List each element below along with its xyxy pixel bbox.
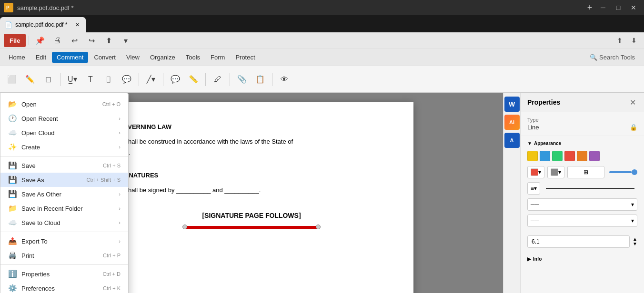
info-section: ▶ Info: [521, 252, 644, 266]
menu-open-cloud[interactable]: ☁️ Open Cloud ›: [0, 126, 128, 140]
nav-up-button[interactable]: ⬆: [614, 34, 626, 47]
window-controls: ─ □ ✕: [596, 3, 640, 12]
undo-button[interactable]: ↩: [66, 32, 82, 49]
note-tool[interactable]: 📋: [252, 71, 268, 88]
menu-save-recent-folder[interactable]: 📁 Save in Recent Folder ›: [0, 201, 128, 215]
maximize-button[interactable]: □: [612, 3, 625, 12]
line-start-dropdown[interactable]: ── ▾: [527, 198, 637, 211]
open-recent-arrow: ›: [119, 116, 121, 121]
menu-open[interactable]: 📂 Open Ctrl + O: [0, 97, 128, 111]
menu-save-cloud[interactable]: ☁️ Save to Cloud ›: [0, 215, 128, 230]
line-style-dropdown[interactable]: ≡ ▾: [527, 182, 540, 195]
line-handle-right[interactable]: [316, 225, 321, 229]
text-box-tool[interactable]: ⌷: [101, 71, 117, 88]
print-icon: 🖨️: [8, 251, 17, 260]
aword-icon[interactable]: A: [504, 133, 520, 148]
menu-save-label: Save: [21, 162, 98, 169]
menu-edit[interactable]: Edit: [31, 52, 51, 63]
menu-save-as-other[interactable]: 💾 Save As Other ›: [0, 187, 128, 201]
menu-preferences[interactable]: ⚙️ Preferences Ctrl + K: [0, 281, 128, 293]
line-handle-left[interactable]: [182, 225, 187, 229]
menu-open-recent[interactable]: 🕐 Open Recent ›: [0, 111, 128, 126]
menu-organize[interactable]: Organize: [145, 52, 180, 63]
pdf-content: GOVERNING LAW te shall be construed in a…: [118, 121, 385, 229]
menu-properties-shortcut: Ctrl + D: [102, 271, 121, 277]
select-tool[interactable]: ⬜: [4, 71, 20, 88]
menu-print[interactable]: 🖨️ Print Ctrl + P: [0, 248, 128, 263]
new-tab-button[interactable]: +: [583, 3, 596, 12]
share-button[interactable]: ⬆: [101, 32, 117, 49]
print-button[interactable]: 🖨: [49, 32, 65, 49]
eye-tool[interactable]: 👁: [276, 71, 292, 88]
menu-comment[interactable]: Comment: [52, 52, 88, 63]
color-swatch-yellow[interactable]: [527, 151, 538, 161]
color-swatch-green[interactable]: [552, 151, 563, 161]
menu-form[interactable]: Form: [206, 52, 230, 63]
callout-tool[interactable]: 💬: [119, 71, 135, 88]
menu-convert[interactable]: Convert: [89, 52, 121, 63]
draw-tool[interactable]: ✏️: [22, 71, 38, 88]
color-swatch-red[interactable]: [564, 151, 575, 161]
pattern-dropdown[interactable]: ⊞: [567, 166, 604, 178]
stamp-tool[interactable]: 🖊: [210, 71, 226, 88]
opacity-thumb[interactable]: [632, 169, 637, 175]
pdf-heading-1: GOVERNING LAW: [118, 121, 385, 132]
separator: [29, 36, 29, 45]
close-button[interactable]: ✕: [627, 3, 640, 12]
menu-save-as[interactable]: 💾 Save As Ctrl + Shift + S: [0, 173, 128, 187]
menu-view[interactable]: View: [121, 52, 144, 63]
menu-open-recent-label: Open Recent: [21, 115, 114, 122]
menu-protect[interactable]: Protect: [231, 52, 260, 63]
ai-icon[interactable]: Ai: [504, 115, 520, 130]
info-header[interactable]: ▶ Info: [527, 256, 637, 262]
redo-button[interactable]: ↪: [83, 32, 100, 49]
menu-properties[interactable]: ℹ️ Properties Ctrl + D: [0, 267, 128, 281]
pin-button[interactable]: 📌: [32, 32, 48, 49]
separator-2: [139, 73, 139, 86]
tab-close-button[interactable]: ✕: [73, 21, 81, 29]
ruler-tool[interactable]: 📏: [185, 71, 201, 88]
search-tools-button[interactable]: 🔍 Search Tools: [584, 51, 640, 63]
border-color-dropdown[interactable]: ▾: [547, 166, 564, 178]
tab-pdf[interactable]: 📄 sample.pdf.doc.pdf * ✕: [0, 17, 86, 32]
nav-down-button[interactable]: ⬇: [628, 34, 640, 47]
properties-panel-close[interactable]: ✕: [628, 98, 637, 107]
color-swatch-purple[interactable]: [589, 151, 600, 161]
comment-tool[interactable]: 💬: [167, 71, 183, 88]
more-button[interactable]: ▾: [118, 32, 134, 49]
opacity-slider[interactable]: [609, 171, 636, 173]
preferences-icon: ⚙️: [8, 284, 17, 293]
svg-text:P: P: [6, 5, 10, 10]
menu-save-recent-folder-label: Save in Recent Folder: [21, 205, 114, 212]
menu-export[interactable]: 📤 Export To ›: [0, 234, 128, 248]
fill-color-dropdown[interactable]: ▾: [527, 166, 544, 178]
line-end-preview: ──: [531, 217, 539, 224]
underline-tool[interactable]: U̲▾: [64, 71, 80, 88]
red-annotation-line[interactable]: [185, 226, 318, 229]
minimize-button[interactable]: ─: [596, 3, 610, 12]
file-menu-button[interactable]: File: [4, 34, 26, 47]
word-integration-icon[interactable]: W: [504, 97, 520, 112]
line-width-display[interactable]: 6.1: [527, 235, 630, 248]
menu-tools[interactable]: Tools: [181, 52, 205, 63]
width-down-button[interactable]: ▼: [633, 242, 637, 246]
main-area: 📂 Open Ctrl + O 🕐 Open Recent › ☁️ Open …: [0, 93, 644, 293]
color-swatch-orange[interactable]: [577, 151, 587, 161]
color-swatch-blue[interactable]: [540, 151, 550, 161]
save-cloud-arrow: ›: [119, 220, 121, 225]
line-tool[interactable]: ╱▾: [143, 71, 159, 88]
separator-5: [230, 73, 230, 86]
pdf-text-2: ___.: [118, 147, 385, 158]
menu-create[interactable]: ✨ Create ›: [0, 140, 128, 154]
app-icon: P: [4, 3, 13, 12]
attachment-tool[interactable]: 📎: [234, 71, 250, 88]
pdf-heading-2: SIGNATURES: [118, 170, 385, 181]
text-tool[interactable]: T: [82, 71, 99, 88]
appearance-header[interactable]: ▼ Appearance: [527, 141, 637, 146]
menu-home[interactable]: Home: [4, 52, 30, 63]
save-recent-folder-arrow: ›: [119, 205, 121, 211]
menu-save[interactable]: 💾 Save Ctrl + S: [0, 158, 128, 173]
line-end-dropdown[interactable]: ── ▾: [527, 215, 637, 227]
pdf-text-1: te shall be construed in accordance with…: [118, 136, 385, 147]
eraser-tool[interactable]: ◻: [40, 71, 56, 88]
